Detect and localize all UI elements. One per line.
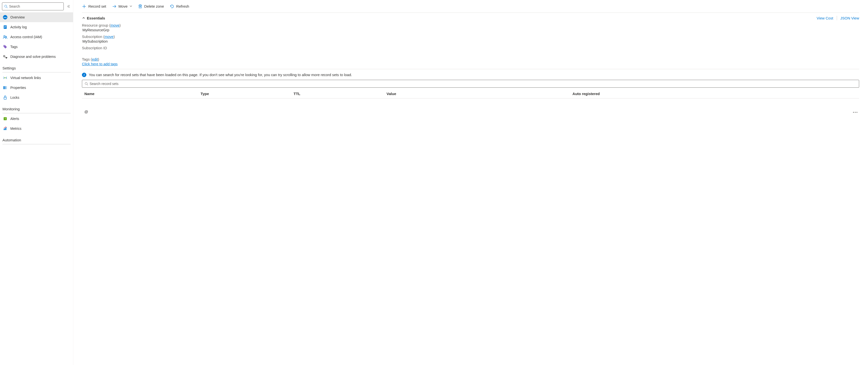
records-search-box[interactable] bbox=[82, 80, 859, 88]
refresh-button[interactable]: Refresh bbox=[170, 4, 189, 9]
diagnose-icon bbox=[3, 54, 7, 59]
plus-icon bbox=[82, 4, 86, 9]
table-header: Name Type TTL Value Auto registered bbox=[82, 90, 859, 99]
sidebar: DNS Overview Activity log Access control… bbox=[0, 0, 73, 365]
svg-point-10 bbox=[4, 46, 5, 46]
divider bbox=[2, 113, 71, 113]
row-actions-button[interactable] bbox=[853, 110, 859, 114]
metrics-icon bbox=[3, 127, 7, 131]
trash-icon bbox=[138, 4, 142, 9]
delete-zone-button[interactable]: Delete zone bbox=[138, 4, 164, 9]
table-row[interactable]: @ bbox=[82, 99, 859, 116]
info-text: You can search for record sets that have… bbox=[89, 72, 352, 77]
sidebar-item-label: Diagnose and solve problems bbox=[10, 55, 56, 59]
svg-rect-17 bbox=[6, 86, 7, 89]
sidebar-item-label: Locks bbox=[10, 95, 20, 100]
sidebar-heading-monitoring: Monitoring bbox=[0, 103, 73, 113]
json-view-link[interactable]: JSON View bbox=[840, 16, 859, 20]
sidebar-item-label: Metrics bbox=[10, 127, 22, 131]
sidebar-item-properties[interactable]: Properties bbox=[0, 83, 73, 93]
svg-point-33 bbox=[85, 83, 87, 85]
subscription-id-label: Subscription ID bbox=[82, 46, 859, 50]
divider bbox=[2, 72, 71, 73]
alerts-icon bbox=[3, 116, 7, 121]
column-auto-registered[interactable]: Auto registered bbox=[572, 92, 859, 96]
refresh-icon bbox=[170, 4, 174, 9]
essentials-toggle[interactable]: Essentials bbox=[82, 16, 105, 20]
sidebar-item-alerts[interactable]: Alerts bbox=[0, 114, 73, 124]
toolbar-label: Record set bbox=[88, 4, 106, 8]
activity-log-icon bbox=[3, 25, 7, 29]
tags-icon bbox=[3, 45, 7, 49]
main-content: Record set Move Delete zone bbox=[73, 0, 868, 365]
column-value[interactable]: Value bbox=[386, 92, 572, 96]
divider bbox=[2, 144, 71, 144]
records-search-input[interactable] bbox=[90, 80, 857, 87]
sidebar-item-locks[interactable]: Locks bbox=[0, 93, 73, 103]
column-name[interactable]: Name bbox=[84, 92, 200, 96]
sidebar-heading-automation: Automation bbox=[0, 134, 73, 144]
record-set-button[interactable]: Record set bbox=[82, 4, 106, 9]
chevron-down-icon bbox=[129, 4, 132, 8]
svg-rect-16 bbox=[5, 86, 6, 89]
svg-point-9 bbox=[6, 36, 7, 37]
svg-text:DNS: DNS bbox=[4, 17, 7, 18]
svg-line-1 bbox=[7, 7, 8, 8]
svg-point-37 bbox=[857, 112, 858, 113]
svg-point-35 bbox=[853, 112, 854, 113]
sidebar-item-vnet-links[interactable]: Virtual network links bbox=[0, 73, 73, 83]
svg-rect-20 bbox=[5, 118, 5, 119]
move-button[interactable]: Move bbox=[112, 4, 133, 9]
toolbar: Record set Move Delete zone bbox=[82, 0, 859, 13]
column-type[interactable]: Type bbox=[200, 92, 293, 96]
essentials-title-label: Essentials bbox=[87, 16, 105, 20]
more-icon bbox=[853, 112, 858, 113]
access-control-icon bbox=[3, 35, 7, 39]
svg-rect-22 bbox=[4, 129, 4, 130]
sidebar-item-activity-log[interactable]: Activity log bbox=[0, 22, 73, 32]
sidebar-item-access-control[interactable]: Access control (IAM) bbox=[0, 32, 73, 42]
column-ttl[interactable]: TTL bbox=[293, 92, 386, 96]
dns-circle-icon: DNS bbox=[3, 15, 7, 20]
svg-rect-23 bbox=[5, 128, 5, 130]
sidebar-item-label: Activity log bbox=[10, 25, 27, 29]
sidebar-item-diagnose[interactable]: Diagnose and solve problems bbox=[0, 52, 73, 62]
svg-point-12 bbox=[4, 78, 5, 78]
toolbar-label: Refresh bbox=[176, 4, 189, 8]
sidebar-item-metrics[interactable]: Metrics bbox=[0, 124, 73, 134]
tags-edit-link[interactable]: edit bbox=[92, 57, 98, 61]
sidebar-item-label: Access control (IAM) bbox=[10, 35, 42, 39]
svg-rect-18 bbox=[4, 97, 6, 99]
collapse-sidebar-button[interactable] bbox=[66, 4, 71, 9]
resource-group-move-link[interactable]: move bbox=[111, 23, 120, 27]
svg-point-8 bbox=[4, 35, 5, 37]
sidebar-item-label: Properties bbox=[10, 86, 26, 90]
sidebar-search-input[interactable] bbox=[9, 3, 62, 10]
sidebar-item-label: Overview bbox=[10, 15, 25, 19]
sidebar-nav: DNS Overview Activity log Access control… bbox=[0, 12, 73, 62]
row-name-cell: @ bbox=[84, 110, 200, 114]
add-tags-link[interactable]: Click here to add tags bbox=[82, 61, 118, 66]
sidebar-item-tags[interactable]: Tags bbox=[0, 42, 73, 52]
svg-point-13 bbox=[6, 78, 6, 78]
subscription-value: MySubscription bbox=[82, 39, 859, 46]
subscription-move-link[interactable]: move bbox=[104, 34, 114, 39]
subscription-id-value bbox=[82, 50, 859, 57]
sidebar-search-box[interactable] bbox=[2, 2, 64, 10]
sidebar-item-label: Alerts bbox=[10, 117, 19, 121]
vnet-links-icon bbox=[3, 76, 7, 80]
sidebar-heading-settings: Settings bbox=[0, 62, 73, 72]
records-table: Name Type TTL Value Auto registered @ bbox=[82, 90, 859, 116]
chevron-up-icon bbox=[82, 16, 85, 20]
svg-line-34 bbox=[87, 84, 88, 85]
divider bbox=[837, 16, 837, 20]
svg-rect-7 bbox=[4, 28, 5, 28]
resource-group-label: Resource group (move) bbox=[82, 23, 859, 27]
svg-rect-15 bbox=[3, 86, 4, 89]
view-cost-link[interactable]: View Cost bbox=[816, 16, 833, 20]
arrow-right-icon bbox=[112, 4, 117, 9]
sidebar-item-overview[interactable]: DNS Overview bbox=[0, 12, 73, 22]
subscription-label: Subscription (move) bbox=[82, 34, 859, 39]
locks-icon bbox=[3, 95, 7, 100]
tags-label: Tags (edit) bbox=[82, 57, 859, 61]
